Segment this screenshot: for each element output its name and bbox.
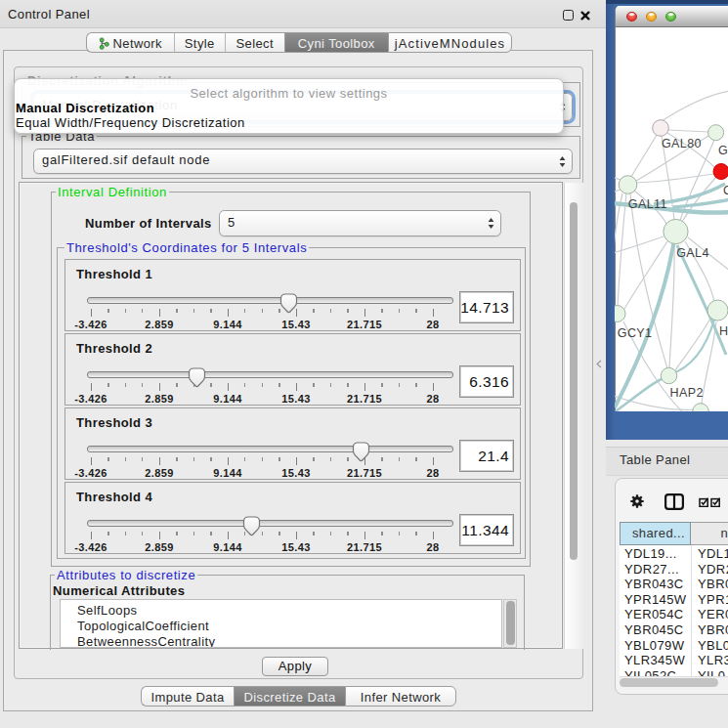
- svg-text:HAP2: HAP2: [670, 386, 704, 400]
- svg-text:GAL11: GAL11: [628, 197, 667, 211]
- svg-text:G.: G.: [718, 144, 728, 157]
- svg-text:GAL4: GAL4: [676, 246, 709, 260]
- svg-text:GAL80: GAL80: [662, 137, 702, 150]
- svg-text:GCY1: GCY1: [618, 326, 653, 340]
- svg-text:H: H: [719, 324, 728, 338]
- svg-text:C: C: [723, 184, 728, 197]
